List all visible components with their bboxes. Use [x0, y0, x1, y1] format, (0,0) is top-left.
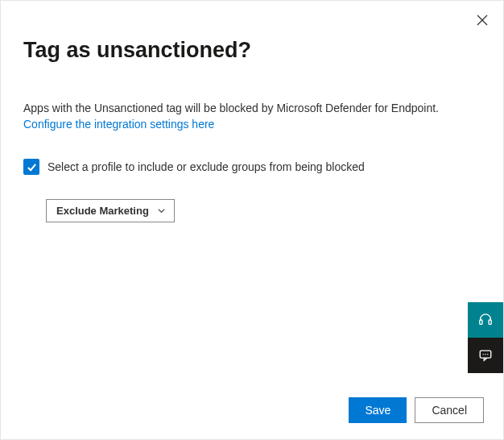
- feedback-icon: [478, 348, 493, 363]
- floating-actions: [468, 302, 503, 373]
- headset-icon: [478, 313, 493, 327]
- dialog-title: Tag as unsanctioned?: [23, 38, 481, 63]
- close-button[interactable]: [473, 10, 492, 30]
- save-button[interactable]: Save: [349, 397, 407, 423]
- configure-integration-link[interactable]: Configure the integration settings here: [23, 118, 214, 131]
- svg-point-5: [483, 354, 484, 355]
- profile-checkbox-label: Select a profile to include or exclude g…: [48, 160, 365, 173]
- support-button[interactable]: [468, 302, 503, 338]
- close-icon: [477, 15, 488, 26]
- dialog-footer: Save Cancel: [349, 397, 484, 423]
- checkmark-icon: [27, 162, 37, 172]
- cancel-button[interactable]: Cancel: [415, 397, 484, 423]
- profile-checkbox-row: Select a profile to include or exclude g…: [23, 159, 481, 175]
- svg-point-6: [485, 354, 485, 355]
- profile-checkbox[interactable]: [23, 159, 39, 175]
- tag-unsanctioned-dialog: Tag as unsanctioned? Apps with the Unsan…: [1, 1, 503, 439]
- svg-point-7: [487, 354, 488, 355]
- dialog-description: Apps with the Unsanctioned tag will be b…: [23, 100, 481, 116]
- chevron-down-icon: [157, 206, 166, 215]
- feedback-button[interactable]: [468, 338, 503, 373]
- profile-dropdown[interactable]: Exclude Marketing: [46, 199, 175, 222]
- profile-dropdown-value: Exclude Marketing: [56, 205, 149, 217]
